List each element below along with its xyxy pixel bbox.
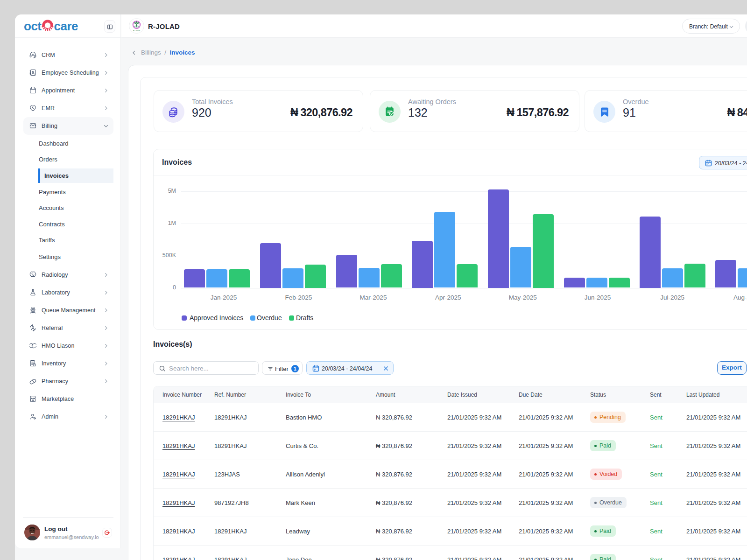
svg-text:R-Jolad: R-Jolad — [133, 29, 141, 32]
